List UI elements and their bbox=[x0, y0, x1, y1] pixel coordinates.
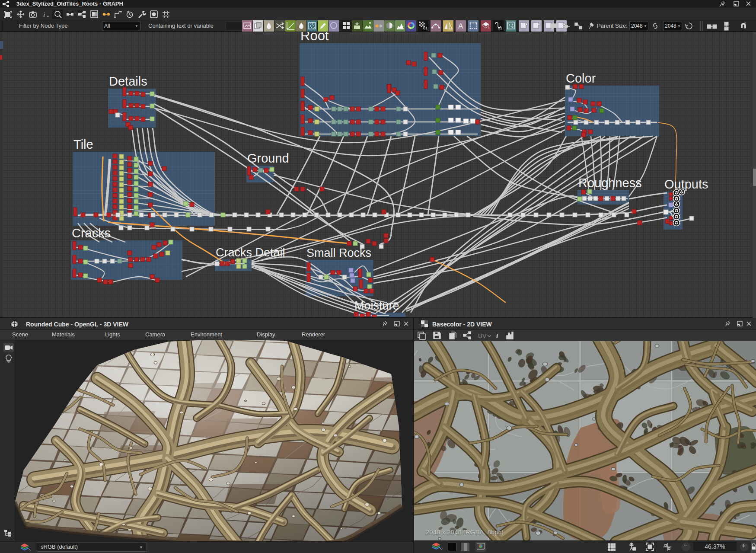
svg-text:Cracks Detail: Cracks Detail bbox=[216, 246, 285, 259]
svg-text:i: i bbox=[496, 332, 498, 339]
svg-text:Tile: Tile bbox=[73, 137, 93, 151]
svg-text:Details: Details bbox=[109, 74, 147, 88]
svg-text:Small Rocks: Small Rocks bbox=[306, 246, 371, 259]
svg-text:Ground: Ground bbox=[247, 151, 289, 165]
svg-text:Outputs: Outputs bbox=[664, 177, 708, 191]
svg-text:Color: Color bbox=[566, 71, 596, 85]
svg-text:01: 01 bbox=[498, 26, 502, 30]
svg-text:UV: UV bbox=[478, 332, 487, 339]
svg-text:Moisture: Moisture bbox=[354, 299, 399, 312]
svg-text:A: A bbox=[458, 22, 463, 30]
svg-text:Cracks: Cracks bbox=[72, 226, 111, 240]
svg-text:Root: Root bbox=[300, 32, 329, 43]
svg-text:i: i bbox=[43, 11, 45, 18]
svg-text:Roughness: Roughness bbox=[578, 176, 642, 190]
svg-text:01: 01 bbox=[423, 26, 427, 30]
